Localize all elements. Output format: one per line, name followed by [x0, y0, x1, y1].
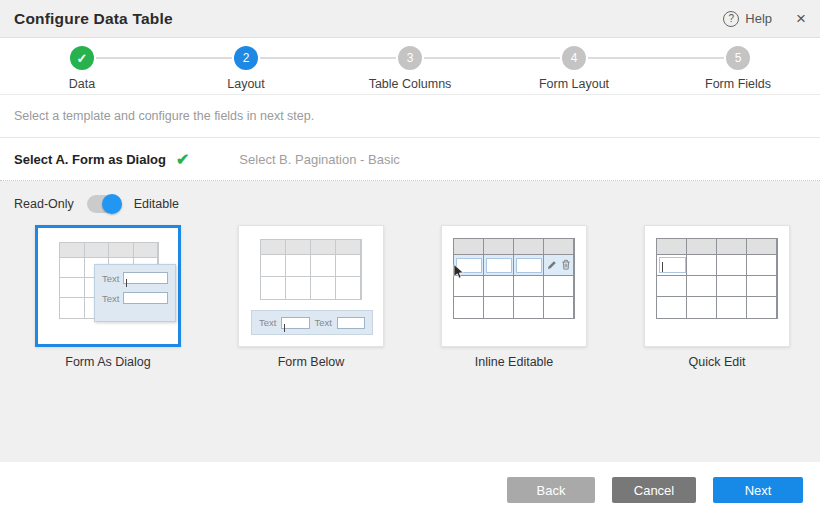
card-inline-editable[interactable]	[441, 225, 587, 347]
mini-text-input	[123, 292, 168, 304]
template-card-inline-editable: Inline Editable	[441, 225, 587, 369]
mini-text-input	[281, 317, 309, 329]
back-button[interactable]: Back	[507, 477, 595, 503]
mouse-cursor-icon	[453, 264, 464, 283]
mini-inline-input	[516, 258, 542, 273]
step-form-fields[interactable]: 5 Form Fields	[656, 46, 820, 94]
cancel-button[interactable]: Cancel	[612, 477, 696, 503]
check-icon: ✔	[176, 150, 189, 169]
card-quick-edit[interactable]	[644, 225, 790, 347]
card-label: Quick Edit	[689, 355, 746, 369]
configure-data-table-dialog: Configure Data Table ? Help × ✓ Data 2 L…	[0, 0, 820, 518]
template-card-form-as-dialog: Text Text Form As Dialog	[35, 225, 181, 369]
select-option-a[interactable]: Select A. Form as Dialog	[14, 152, 166, 167]
step-number: 4	[562, 46, 586, 70]
mini-editing-row	[454, 255, 574, 276]
card-form-below[interactable]: Text Text	[238, 225, 384, 347]
mini-dialog-form: Text Text	[94, 264, 176, 322]
next-button[interactable]: Next	[713, 477, 803, 503]
pencil-icon	[547, 256, 557, 274]
toggle-on-label: Editable	[134, 197, 179, 211]
editable-toggle-row: Read-Only Editable	[0, 181, 820, 223]
mini-table	[453, 238, 575, 319]
footer-bar: Back Cancel Next	[0, 462, 820, 518]
template-card-quick-edit: Quick Edit	[644, 225, 790, 369]
help-label: Help	[745, 11, 772, 26]
card-form-as-dialog[interactable]: Text Text	[35, 225, 181, 347]
mini-field-label: Text	[102, 293, 119, 304]
help-button[interactable]: ? Help	[723, 11, 772, 27]
step-label: Layout	[227, 77, 265, 91]
trash-icon	[561, 256, 571, 274]
select-option-b[interactable]: Select B. Pagination - Basic	[239, 152, 399, 167]
step-label: Form Layout	[539, 77, 609, 91]
step-data[interactable]: ✓ Data	[0, 46, 164, 94]
instruction-text: Select a template and configure the fiel…	[0, 95, 820, 138]
wizard-stepper: ✓ Data 2 Layout 3 Table Columns 4 Form L…	[0, 38, 820, 95]
step-number: 3	[398, 46, 422, 70]
card-label: Form As Dialog	[65, 355, 150, 369]
step-number: 5	[726, 46, 750, 70]
mini-table	[656, 238, 778, 319]
mini-text-input	[337, 317, 365, 329]
editable-toggle[interactable]	[87, 195, 121, 213]
help-icon: ?	[723, 11, 739, 27]
step-label: Data	[69, 77, 95, 91]
step-table-columns[interactable]: 3 Table Columns	[328, 46, 492, 94]
mini-quick-edit-input	[659, 257, 686, 273]
mini-table	[260, 239, 362, 300]
toggle-off-label: Read-Only	[14, 197, 74, 211]
close-icon[interactable]: ×	[796, 10, 806, 27]
step-layout[interactable]: 2 Layout	[164, 46, 328, 94]
step-number: 2	[234, 46, 258, 70]
card-label: Form Below	[278, 355, 345, 369]
mini-field-label: Text	[259, 317, 276, 328]
mini-field-label: Text	[315, 317, 332, 328]
template-cards: Text Text Form As Dialog	[0, 223, 820, 369]
selection-row: Select A. Form as Dialog ✔ Select B. Pag…	[0, 138, 820, 181]
step-form-layout[interactable]: 4 Form Layout	[492, 46, 656, 94]
mini-inline-input	[486, 258, 512, 273]
template-work-area: Read-Only Editable Text	[0, 181, 820, 462]
mini-text-input	[123, 272, 168, 284]
step-label: Table Columns	[369, 77, 452, 91]
step-label: Form Fields	[705, 77, 771, 91]
title-bar: Configure Data Table ? Help ×	[0, 0, 820, 38]
card-label: Inline Editable	[475, 355, 554, 369]
mini-field-label: Text	[102, 273, 119, 284]
dialog-title: Configure Data Table	[14, 10, 173, 28]
mini-form-strip: Text Text	[251, 310, 373, 335]
step-check-icon: ✓	[70, 46, 94, 70]
toggle-thumb	[102, 194, 122, 214]
template-card-form-below: Text Text Form Below	[238, 225, 384, 369]
